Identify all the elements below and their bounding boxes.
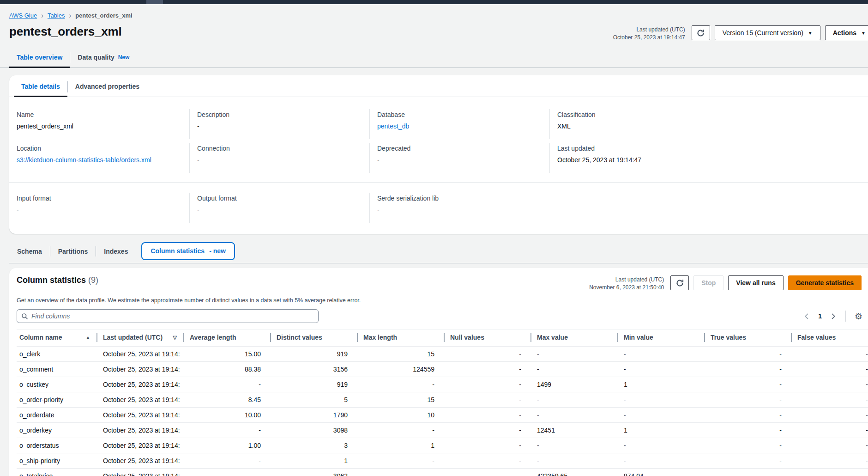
cell-true-values: - <box>704 438 791 453</box>
tab-table-overview-label: Table overview <box>17 54 62 61</box>
refresh-button[interactable] <box>692 25 710 40</box>
cell-distinct-values: 3062 <box>270 469 357 476</box>
cell-null-values: - <box>444 423 530 438</box>
column-header-null-values[interactable]: Null values <box>444 330 530 347</box>
view-all-runs-button[interactable]: View all runs <box>728 275 783 290</box>
cell-last-updated: October 25, 2023 at 19:14: <box>96 469 183 476</box>
cell-max-value: 12451 <box>530 423 617 438</box>
cell-average-length: - <box>183 423 270 438</box>
current-page[interactable]: 1 <box>818 312 822 320</box>
field-location: Location s3://kietduon-column-statistics… <box>9 143 189 173</box>
cell-distinct-values: 3098 <box>270 423 357 438</box>
cell-false-values: - <box>791 347 868 362</box>
stats-title-text: Column statistics <box>17 275 86 285</box>
stop-button[interactable]: Stop <box>693 275 723 290</box>
breadcrumb-link-aws-glue[interactable]: AWS Glue <box>9 12 37 19</box>
cell-last-updated: October 25, 2023 at 19:14: <box>96 377 183 392</box>
cell-null-values: - <box>444 438 530 453</box>
chevron-left-icon <box>803 313 810 320</box>
settings-gear-button[interactable]: ⚙ <box>854 312 863 321</box>
cell-max-value: - <box>530 408 617 423</box>
cell-column-name: o_clerk <box>17 347 96 362</box>
tab-partitions[interactable]: Partitions <box>50 243 96 262</box>
cell-false-values: - <box>791 408 868 423</box>
cell-distinct-values: 1790 <box>270 408 357 423</box>
column-header-false-values[interactable]: False values <box>791 330 868 347</box>
cell-average-length: 10.00 <box>183 408 270 423</box>
breadcrumb-link-tables[interactable]: Tables <box>48 12 65 19</box>
field-deprecated: Deprecated - <box>369 143 549 173</box>
column-header-max-value[interactable]: Max value <box>530 330 617 347</box>
cell-column-name: o_ship-priority <box>17 453 96 469</box>
cell-null-values: - <box>444 453 530 469</box>
refresh-icon <box>697 29 705 37</box>
cell-max-length: - <box>357 453 444 469</box>
cell-null-values: - <box>444 377 530 392</box>
column-header-average-length[interactable]: Average length <box>183 330 270 347</box>
tab-column-statistics[interactable]: Column statistics - new <box>141 242 235 260</box>
actions-button[interactable]: Actions ▼ <box>825 25 868 40</box>
chevron-right-icon <box>830 313 837 320</box>
tab-data-quality[interactable]: Data quality New <box>70 51 137 68</box>
column-statistics-table: Column name▲Last updated (UTC)▽Average l… <box>17 330 868 476</box>
column-header-last-updated[interactable]: Last updated (UTC)▽ <box>96 330 183 347</box>
next-page-button[interactable] <box>829 312 838 321</box>
table-row: o_commentOctober 25, 2023 at 19:14:88.38… <box>17 362 868 377</box>
caret-down-icon: ▼ <box>861 31 866 36</box>
last-updated-label: Last updated (UTC) <box>589 276 664 284</box>
version-select[interactable]: Version 15 (Current version) ▼ <box>715 25 820 40</box>
column-header-max-length[interactable]: Max length <box>357 330 444 347</box>
column-header-label: Average length <box>190 334 236 341</box>
table-row: o_order-priorityOctober 25, 2023 at 19:1… <box>17 392 868 408</box>
cell-min-value: 1 <box>617 377 704 392</box>
tab-table-overview[interactable]: Table overview <box>9 51 70 68</box>
column-header-label: Min value <box>624 334 653 341</box>
cell-min-value: - <box>617 362 704 377</box>
cell-max-length: 15 <box>357 392 444 408</box>
cell-average-length: 15.00 <box>183 347 270 362</box>
field-classification: Classification XML <box>549 109 868 139</box>
table-header-row: Column name▲Last updated (UTC)▽Average l… <box>17 330 868 347</box>
cell-false-values: - <box>791 423 868 438</box>
actions-button-label: Actions <box>833 29 856 37</box>
page-title: pentest_orders_xml <box>9 24 122 39</box>
tab-schema[interactable]: Schema <box>9 243 50 262</box>
column-header-distinct-values[interactable]: Distinct values <box>270 330 357 347</box>
tab-table-details[interactable]: Table details <box>14 80 67 97</box>
generate-statistics-button[interactable]: Generate statistics <box>788 275 862 290</box>
sort-ascending-icon: ▲ <box>86 335 90 340</box>
stats-refresh-button[interactable] <box>670 275 689 290</box>
cell-false-values: - <box>791 392 868 408</box>
tab-indexes[interactable]: Indexes <box>96 243 136 262</box>
column-header-label: False values <box>797 334 836 341</box>
cell-column-name: o_totalprice <box>17 469 96 476</box>
details-tabs: Table details Advanced properties <box>9 75 868 97</box>
pager-divider <box>845 311 846 322</box>
cell-false-values: - <box>791 453 868 469</box>
column-header-column-name[interactable]: Column name▲ <box>17 330 96 347</box>
cell-column-name: o_orderstatus <box>17 438 96 453</box>
previous-page-button[interactable] <box>802 312 811 321</box>
cell-false-values: - <box>791 377 868 392</box>
column-header-label: Column name <box>19 334 62 341</box>
database-link[interactable]: pentest_db <box>377 122 409 130</box>
search-input[interactable] <box>31 312 314 320</box>
cell-max-value: - <box>530 392 617 408</box>
settings-gear-icon: ⚙ <box>855 311 862 321</box>
cell-distinct-values: 1 <box>270 453 357 469</box>
column-statistics-panel: Column statistics (9) Last updated (UTC)… <box>9 268 868 476</box>
caret-down-icon: ▼ <box>808 31 813 36</box>
refresh-icon <box>676 279 684 287</box>
cell-max-length: 124559 <box>357 362 444 377</box>
column-header-min-value[interactable]: Min value <box>617 330 704 347</box>
cell-min-value: - <box>617 347 704 362</box>
table-row: o_clerkOctober 25, 2023 at 19:14:15.0091… <box>17 347 868 362</box>
tab-advanced-properties[interactable]: Advanced properties <box>68 80 147 97</box>
location-link[interactable]: s3://kietduon-column-statistics-table/or… <box>17 156 151 164</box>
cell-column-name: o_custkey <box>17 377 96 392</box>
column-header-true-values[interactable]: True values <box>704 330 791 347</box>
pagination: 1 ⚙ <box>802 311 863 322</box>
cell-true-values: - <box>704 408 791 423</box>
details-fields-row3: Input format - Output format - Serde ser… <box>9 183 868 234</box>
cell-true-values: - <box>704 453 791 469</box>
